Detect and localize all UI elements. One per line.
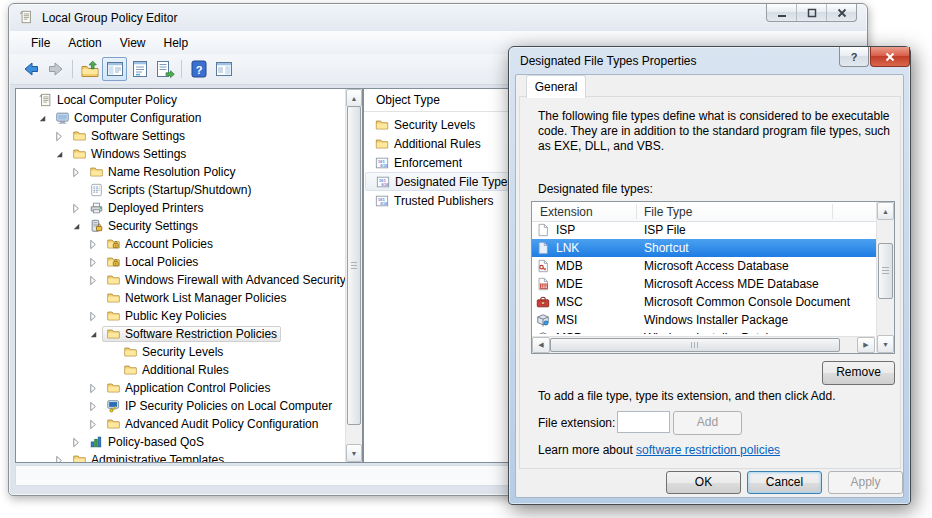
tree-item-application-control-policies[interactable]: Application Control Policies bbox=[16, 379, 345, 397]
file-type-row-mdb[interactable]: MDBMicrosoft Access Database bbox=[532, 257, 877, 275]
scroll-up-button[interactable]: ▲ bbox=[877, 202, 894, 220]
folder-icon bbox=[89, 165, 104, 179]
dialog-help-button[interactable]: ? bbox=[839, 47, 869, 67]
listview-vertical-scrollbar[interactable]: ▲ ▼ bbox=[876, 202, 894, 353]
help-button[interactable]: ? bbox=[186, 57, 211, 81]
tree-item-scripts-startup-shutdown-[interactable]: Scripts (Startup/Shutdown) bbox=[16, 181, 345, 199]
tree-item-security-settings[interactable]: Security Settings bbox=[16, 217, 345, 235]
chevron-collapsed-icon bbox=[88, 311, 99, 322]
up-one-level-button[interactable] bbox=[77, 57, 102, 81]
export-list-button[interactable] bbox=[152, 57, 177, 81]
expander-collapsed-icon[interactable] bbox=[86, 273, 100, 287]
file-type-row-lnk[interactable]: LNKShortcut bbox=[532, 239, 877, 257]
minimize-button[interactable] bbox=[767, 4, 796, 21]
tree-item-network-list-manager-policies[interactable]: Network List Manager Policies bbox=[16, 289, 345, 307]
apply-button[interactable]: Apply bbox=[828, 471, 903, 494]
expander-collapsed-icon[interactable] bbox=[86, 381, 100, 395]
scroll-right-button[interactable]: ▶ bbox=[857, 337, 875, 353]
close-icon bbox=[884, 51, 896, 63]
scroll-down-button[interactable]: ▼ bbox=[346, 444, 362, 462]
expander-expanded-icon[interactable] bbox=[69, 219, 83, 233]
menu-file[interactable]: File bbox=[22, 33, 59, 53]
tree: Local Computer PolicyComputer Configurat… bbox=[16, 91, 345, 462]
forward-button[interactable] bbox=[43, 57, 68, 81]
menu-view[interactable]: View bbox=[111, 33, 155, 53]
tree-item-name-resolution-policy[interactable]: Name Resolution Policy bbox=[16, 163, 345, 181]
expander-collapsed-icon[interactable] bbox=[52, 453, 66, 462]
column-header-extension[interactable]: Extension bbox=[540, 202, 593, 221]
menu-action[interactable]: Action bbox=[59, 33, 110, 53]
close-button[interactable] bbox=[826, 4, 856, 21]
expander-collapsed-icon[interactable] bbox=[86, 309, 100, 323]
expander-expanded-icon[interactable] bbox=[86, 327, 100, 341]
expander-expanded-icon[interactable] bbox=[52, 147, 66, 161]
scroll-thumb[interactable] bbox=[550, 338, 840, 352]
column-header-file-type[interactable]: File Type bbox=[644, 202, 692, 221]
ok-button[interactable]: OK bbox=[666, 471, 741, 494]
tree-scrollbar[interactable]: ▲ ▼ bbox=[345, 89, 362, 462]
dialog-close-button[interactable] bbox=[870, 47, 910, 67]
tree-item-label: Software Settings bbox=[91, 129, 185, 143]
file-type-row-msp[interactable]: MSPWindows Installer Patch bbox=[532, 329, 877, 334]
add-button[interactable]: Add bbox=[673, 411, 742, 435]
file-type-row-isp[interactable]: ISPISP File bbox=[532, 221, 877, 239]
column-separator[interactable] bbox=[832, 204, 833, 219]
expander-collapsed-icon[interactable] bbox=[86, 399, 100, 413]
properties-button[interactable] bbox=[127, 57, 152, 81]
expander-collapsed-icon[interactable] bbox=[86, 237, 100, 251]
scroll-up-button[interactable]: ▲ bbox=[346, 89, 362, 107]
expander-collapsed-icon[interactable] bbox=[86, 417, 100, 431]
tree-item-policy-based-qos[interactable]: Policy-based QoS bbox=[16, 433, 345, 451]
expander-expanded-icon[interactable] bbox=[35, 111, 49, 125]
folder-icon bbox=[123, 345, 138, 359]
expander-collapsed-icon[interactable] bbox=[69, 435, 83, 449]
scroll-thumb[interactable] bbox=[878, 243, 893, 299]
tab-general[interactable]: General bbox=[526, 75, 586, 98]
remove-button[interactable]: Remove bbox=[822, 361, 895, 385]
menu-help[interactable]: Help bbox=[155, 33, 198, 53]
file-type-row-msc[interactable]: MSCMicrosoft Common Console Document bbox=[532, 293, 877, 311]
tree-item-ip-security-policies-on-local-computer[interactable]: IP Security Policies on Local Computer bbox=[16, 397, 345, 415]
tree-item-administrative-templates[interactable]: Administrative Templates bbox=[16, 451, 345, 462]
tree-item-additional-rules[interactable]: Additional Rules bbox=[16, 361, 345, 379]
software-restriction-policies-link[interactable]: software restriction policies bbox=[636, 443, 780, 457]
show-console-tree-button[interactable] bbox=[102, 57, 127, 81]
tree-item-content: Name Resolution Policy bbox=[86, 164, 238, 180]
listview-horizontal-scrollbar[interactable]: ◀ ▶ bbox=[532, 336, 875, 353]
title-bar[interactable]: Local Group Policy Editor bbox=[9, 4, 867, 31]
tree-item-software-restriction-policies[interactable]: Software Restriction Policies bbox=[16, 325, 345, 343]
file-extension-input[interactable] bbox=[617, 411, 670, 433]
expander-collapsed-icon[interactable] bbox=[86, 255, 100, 269]
expander-collapsed-icon[interactable] bbox=[69, 165, 83, 179]
tree-item-public-key-policies[interactable]: Public Key Policies bbox=[16, 307, 345, 325]
file-type-row-mde[interactable]: MDEMicrosoft Access MDE Database bbox=[532, 275, 877, 293]
chevron-collapsed-icon bbox=[54, 131, 65, 142]
tree-item-software-settings[interactable]: Software Settings bbox=[16, 127, 345, 145]
toolbar-separator bbox=[72, 60, 73, 78]
tree-item-security-levels[interactable]: Security Levels bbox=[16, 343, 345, 361]
expander-collapsed-icon[interactable] bbox=[69, 201, 83, 215]
tree-item-advanced-audit-policy-configuration[interactable]: Advanced Audit Policy Configuration bbox=[16, 415, 345, 433]
maximize-button[interactable] bbox=[796, 4, 826, 21]
tree-item-local-computer-policy[interactable]: Local Computer Policy bbox=[16, 91, 345, 109]
chevron-collapsed-icon bbox=[88, 275, 99, 286]
tree-item-local-policies[interactable]: Local Policies bbox=[16, 253, 345, 271]
scroll-down-button[interactable]: ▼ bbox=[877, 335, 894, 353]
folder-icon bbox=[375, 137, 389, 151]
tree-item-account-policies[interactable]: Account Policies bbox=[16, 235, 345, 253]
cancel-button[interactable]: Cancel bbox=[747, 471, 822, 494]
tree-item-computer-configuration[interactable]: Computer Configuration bbox=[16, 109, 345, 127]
tree-item-windows-settings[interactable]: Windows Settings bbox=[16, 145, 345, 163]
tree-item-deployed-printers[interactable]: Deployed Printers bbox=[16, 199, 345, 217]
column-separator[interactable] bbox=[636, 204, 637, 219]
show-action-pane-button[interactable] bbox=[211, 57, 236, 81]
tree-item-windows-firewall-with-advanced-security[interactable]: Windows Firewall with Advanced Security bbox=[16, 271, 345, 289]
scroll-thumb[interactable] bbox=[347, 106, 361, 425]
expander-collapsed-icon[interactable] bbox=[52, 129, 66, 143]
scroll-left-button[interactable]: ◀ bbox=[532, 337, 550, 353]
back-button[interactable] bbox=[18, 57, 43, 81]
tree-item-content: Public Key Policies bbox=[103, 308, 229, 324]
tree-item-content: Advanced Audit Policy Configuration bbox=[103, 416, 321, 432]
dialog-body: General The following file types define … bbox=[515, 74, 904, 498]
file-type-row-msi[interactable]: MSIWindows Installer Package bbox=[532, 311, 877, 329]
